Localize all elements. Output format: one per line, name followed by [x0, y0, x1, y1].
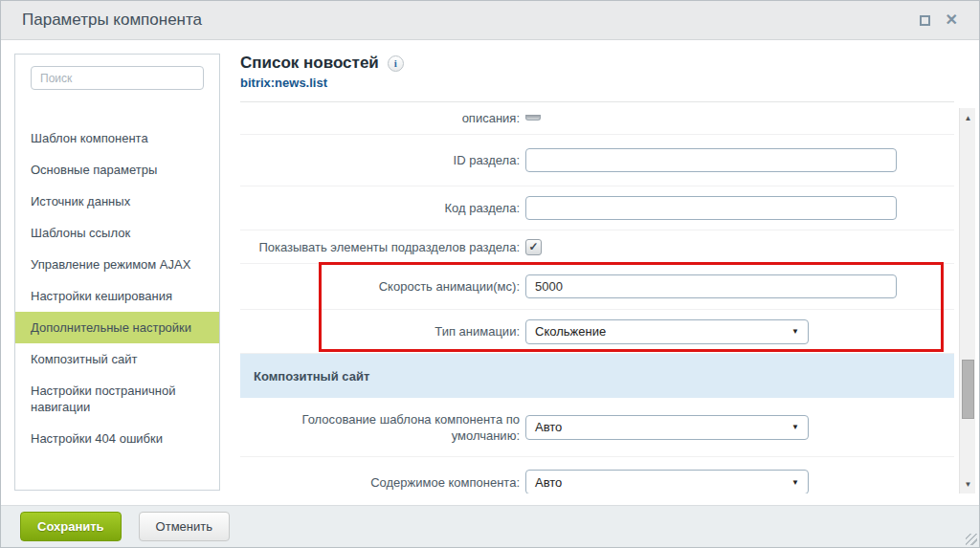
sidebar-item-main-parameters[interactable]: Основные параметры	[15, 154, 219, 186]
info-icon[interactable]: i	[388, 55, 404, 72]
maximize-icon[interactable]	[920, 15, 930, 26]
form-row-section-code: Код раздела:	[240, 186, 954, 230]
row-control: ✓	[525, 239, 542, 255]
descriptions-checkbox-partial[interactable]	[525, 115, 541, 121]
settings-sidebar: Шаблон компонента Основные параметры Ист…	[14, 54, 220, 491]
sidebar-item-ajax-mode[interactable]: Управление режимом AJAX	[15, 249, 219, 280]
dialog-footer: Сохранить Отменить	[1, 505, 979, 547]
sidebar-item-404-settings[interactable]: Настройки 404 ошибки	[15, 423, 219, 454]
scrollbar-thumb[interactable]	[962, 360, 974, 419]
sidebar-search-wrap	[15, 55, 219, 90]
row-control: Скольжение ▼	[525, 319, 809, 344]
page-title: Список новостей	[240, 54, 379, 73]
row-control	[525, 196, 897, 220]
sidebar-menu: Шаблон компонента Основные параметры Ист…	[15, 122, 219, 454]
row-control	[525, 148, 897, 172]
chevron-down-icon: ▼	[791, 327, 799, 336]
select-value: Авто	[535, 475, 562, 490]
row-control: Авто ▼	[525, 470, 809, 493]
parameters-form: описания: ID раздела: Код раздела: Показ…	[240, 102, 954, 493]
form-row-animation-type: Тип анимации: Скольжение ▼	[240, 310, 954, 354]
field-label: Показывать элементы подразделов раздела:	[240, 239, 520, 255]
sidebar-item-data-source[interactable]: Источник данных	[15, 186, 219, 217]
row-control	[525, 117, 541, 121]
section-header-composite-site: Композитный сайт	[240, 354, 954, 398]
content-header: Список новостей i	[240, 54, 954, 73]
component-content-select[interactable]: Авто ▼	[525, 470, 809, 493]
chevron-down-icon: ▼	[791, 423, 799, 431]
sidebar-item-link-templates[interactable]: Шаблоны ссылок	[15, 217, 219, 249]
field-label: описания:	[240, 110, 520, 126]
section-code-input[interactable]	[525, 196, 897, 220]
resize-grip[interactable]	[966, 534, 977, 545]
dialog-title: Параметры компонента	[22, 11, 202, 30]
sidebar-item-cache-settings[interactable]: Настройки кеширования	[15, 280, 219, 312]
section-title: Композитный сайт	[254, 369, 369, 384]
show-subsections-checkbox[interactable]: ✓	[525, 239, 542, 255]
animation-speed-input[interactable]	[525, 274, 897, 298]
sidebar-item-additional-settings[interactable]: Дополнительные настройки	[15, 312, 219, 343]
field-label: Скорость анимации(мс):	[240, 278, 520, 295]
select-value: Скольжение	[535, 324, 606, 339]
content-panel: Список новостей i bitrix:news.list описа…	[240, 54, 954, 493]
close-icon[interactable]: ✕	[946, 12, 958, 28]
select-value: Авто	[535, 420, 562, 434]
field-label: Код раздела:	[240, 200, 520, 216]
vertical-scrollbar[interactable]: ▲ ▼	[959, 108, 975, 493]
field-label: Голосование шаблона компонента по умолча…	[240, 411, 520, 444]
scroll-down-icon[interactable]: ▼	[960, 476, 976, 492]
field-label: Тип анимации:	[240, 323, 520, 340]
form-row-component-content: Содержимое компонента: Авто ▼	[240, 457, 954, 493]
cancel-button[interactable]: Отменить	[139, 512, 230, 541]
form-row-animation-speed: Скорость анимации(мс):	[240, 264, 954, 310]
field-label: Содержимое компонента:	[240, 474, 520, 491]
scroll-up-icon[interactable]: ▲	[960, 110, 976, 125]
template-voting-select[interactable]: Авто ▼	[525, 415, 809, 440]
row-control	[525, 274, 897, 298]
form-row-descriptions: описания:	[240, 102, 954, 135]
form-row-template-voting: Голосование шаблона компонента по умолча…	[240, 398, 954, 457]
field-label: ID раздела:	[240, 152, 520, 168]
search-input[interactable]	[31, 66, 204, 90]
window-controls: ✕	[920, 12, 958, 28]
component-name-link[interactable]: bitrix:news.list	[240, 76, 954, 90]
row-control: Авто ▼	[525, 415, 809, 440]
chevron-down-icon: ▼	[791, 478, 799, 487]
form-row-show-subsections: Показывать элементы подразделов раздела:…	[240, 230, 954, 264]
sidebar-item-pagination-settings[interactable]: Настройки постраничной навигации	[15, 375, 219, 423]
dialog-titlebar: Параметры компонента ✕	[1, 1, 979, 40]
sidebar-item-composite-site[interactable]: Композитный сайт	[15, 343, 219, 375]
form-row-section-id: ID раздела:	[240, 135, 954, 186]
component-parameters-dialog: Параметры компонента ✕ Шаблон компонента…	[0, 0, 980, 548]
sidebar-item-component-template[interactable]: Шаблон компонента	[15, 122, 219, 154]
section-id-input[interactable]	[525, 148, 897, 172]
animation-type-select[interactable]: Скольжение ▼	[525, 319, 809, 344]
maximize-glyph	[920, 15, 930, 26]
save-button[interactable]: Сохранить	[20, 512, 122, 541]
